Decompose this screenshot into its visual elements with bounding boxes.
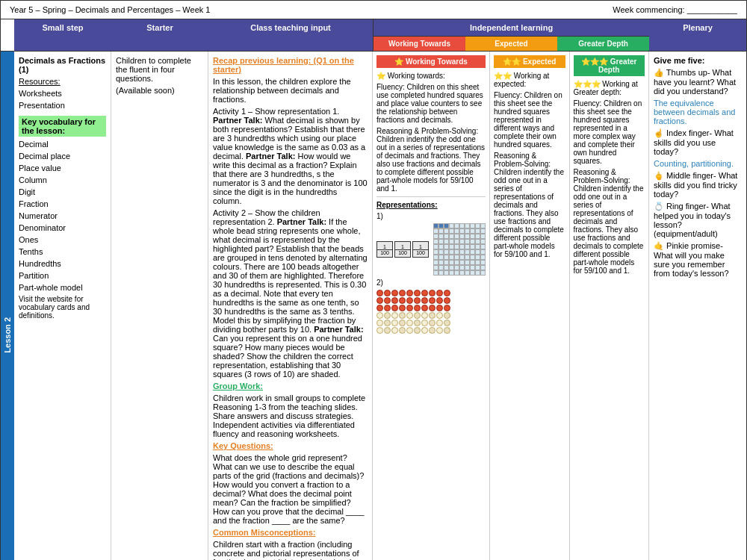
gd-fluency: Fluency: Children on this sheet see the … [574,99,645,165]
plenary-index: ☝ Index finger- What skills did you use … [654,128,742,156]
exp-reasoning: Reasoning & Problem-Solving: Children in… [494,152,565,258]
independent-subheaders: Working Towards Expected Greater Depth [374,37,649,51]
exp-column: ⭐⭐ Expected ⭐⭐ Working at expected: Flue… [490,52,570,560]
plenary-pinkie: 🤙 Pinkie promise- What will you make sur… [654,241,742,278]
independent-content: ⭐ Working Towards ⭐ Working towards: Flu… [373,52,649,560]
partner-talk-2: Partner Talk: [246,152,295,161]
plenary-content: Give me five: 👍 Thumbs up- What have you… [649,52,746,560]
partner-talk-1: Partner Talk: [213,116,262,125]
representations-section: Representations: 1) 1100 1100 1100 [376,196,486,334]
visit-text: Visit the website for vocabulary cards a… [19,295,106,320]
wt-column: ⭐ Working Towards ⭐ Working towards: Flu… [373,52,490,560]
teaching-content: Recap previous learning: (Q1 on the star… [208,52,373,560]
resources-label: Resources: [19,77,106,86]
recap-label: Recap previous learning: (Q1 on the star… [213,56,354,74]
hundred-grid-vis [433,223,486,276]
plenary-middle: 🖕 Middle finger- What skills did you fin… [654,171,742,199]
partner-talk-3: Partner Talk: [277,217,326,226]
col-header-small-step: Small step [14,19,111,51]
main-content: Lesson 2 Decimals as Fractions (1) Resou… [1,52,746,560]
plenary-equivalence: The equivalence between decimals and fra… [654,99,742,125]
plenary-thumbs: 👍 Thumbs up- What have you learnt? What … [654,68,742,96]
sub-col-gd: Greater Depth [557,37,649,51]
gd-label: ⭐⭐⭐ Greater Depth [574,55,645,76]
starter-text: Children to complete the fluent in four … [116,56,203,83]
key-questions-label: Key Questions: [213,441,273,450]
key-questions-body: What does the whole grid represent? What… [213,453,368,525]
plenary-index-detail: Counting, partitioning. [654,159,742,168]
resource-presentation: Presentation [19,101,106,110]
exp-label: ⭐⭐ Expected [494,55,565,68]
misconceptions-label: Common Misconceptions: [213,528,316,537]
wt-stars-label: Working towards: [388,72,445,80]
gd-column: ⭐⭐⭐ Greater Depth ⭐⭐⭐ Working at Greater… [570,52,649,560]
activity1: Activity 1 – Show representation 1. Part… [213,107,368,205]
wt-label: ⭐ Working Towards [376,55,486,68]
rep-item2: 2) [376,279,486,287]
plenary-title: Give me five: [654,56,742,65]
small-step-content: Decimals as Fractions (1) Resources: Wor… [14,52,111,560]
plenary-ring: 💍 Ring finger- What helped you in today'… [654,202,742,238]
activity2: Activity 2 – Show the children represent… [213,208,368,379]
wt-fluency: Fluency: Children on this sheet use comp… [376,83,486,124]
lesson-label: Lesson 2 [3,317,12,353]
group-work-label: Group Work: [213,382,263,391]
starter-available: (Available soon) [116,86,203,95]
wt-reasoning: Reasoning & Problem-Solving: Children in… [376,127,486,193]
col-header-plenary: Plenary [649,19,746,51]
resource-worksheets: Worksheets [19,89,106,98]
col-header-teaching: Class teaching input [208,19,373,51]
week-label: Week commencing: ___________ [613,5,737,14]
gd-reasoning: Reasoning & Problem-Solving: Children in… [574,168,645,275]
bead-string-vis [376,290,486,334]
hundred-grid [433,223,486,276]
lesson-label-wrapper: Lesson 2 [1,52,14,560]
starter-content: Children to complete the fluent in four … [111,52,208,560]
misconceptions-body: Children start with a fraction (includin… [213,540,368,560]
column-headers: Small step Starter Class teaching input … [1,19,746,52]
recap-body: In this lesson, the children explore the… [213,77,368,104]
content-row: Decimals as Fractions (1) Resources: Wor… [14,52,746,560]
exp-fluency: Fluency: Children on this sheet see the … [494,91,565,149]
fraction-boxes: 1100 1100 1100 [376,223,486,276]
sub-col-wt: Working Towards [374,37,465,51]
col-header-starter: Starter [111,19,208,51]
top-header: Year 5 – Spring – Decimals and Percentag… [1,1,746,19]
col-header-independent: Independent learning [374,19,649,37]
sub-col-exp: Expected [465,37,557,51]
key-vocab-label: Key vocabulary for the lesson: [19,116,106,137]
small-step-title: Decimals as Fractions (1) [19,56,106,74]
partner-talk-4: Partner Talk: [314,325,363,334]
group-work-body: Children work in small groups to complet… [213,393,368,438]
page-title: Year 5 – Spring – Decimals and Percentag… [10,5,210,14]
vocab-list: Decimal Decimal place Place value Column… [19,140,106,292]
rep-item1: 1) [376,212,486,220]
rep-label: Representations: [376,201,486,209]
